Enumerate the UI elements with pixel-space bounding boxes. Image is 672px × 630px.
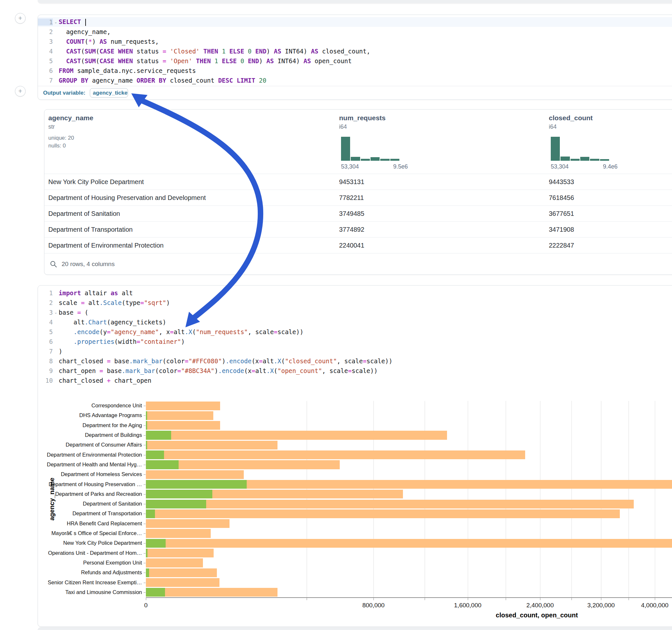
column-header-closed-count[interactable]: closed_count [549,114,593,122]
bar-closed-count[interactable] [146,588,278,597]
code-line[interactable]: 4 CAST(SUM(CASE WHEN status = 'Closed' T… [38,46,672,56]
add-cell-button-middle[interactable]: + [15,86,26,97]
line-number: 4 [38,319,53,326]
bar-closed-count[interactable] [146,519,230,528]
histogram-labels-num-requests: 53,304 9.5e6 [341,163,408,170]
bar-open-count[interactable] [146,549,147,557]
y-axis-tick [144,543,146,543]
x-axis-tick-label: 2,400,000 [526,602,554,609]
table-row[interactable]: Department of Housing Preservation and D… [44,190,672,206]
bar-closed-count[interactable] [146,529,211,538]
bar-open-count[interactable] [146,588,165,597]
hist-max-label: 9.4e6 [603,163,618,170]
code-line[interactable]: 1import altair as alt [38,288,672,298]
y-axis-label: Operations Unit - Department of Hom… [48,550,142,556]
bar-closed-count[interactable] [146,500,634,508]
bar-open-count[interactable] [146,411,147,420]
x-axis-tick-label: 1,600,000 [454,602,482,609]
code-line[interactable]: 2scale = alt.Scale(type="sqrt") [38,298,672,308]
y-axis-tick [144,573,146,573]
bar-closed-count[interactable] [146,549,214,557]
python-code-editor[interactable]: 1import altair as alt2scale = alt.Scale(… [38,286,672,385]
code-line[interactable]: 4 alt.Chart(agency_tickets) [38,317,672,327]
column-type-closed-count: i64 [549,123,557,130]
bar-open-count[interactable] [146,490,212,499]
code-text: alt.Chart(agency_tickets) [59,319,166,326]
bar-closed-count[interactable] [146,431,447,439]
bar-closed-count[interactable] [146,402,220,410]
histogram-bar [380,159,389,161]
column-header-agency-name[interactable]: agency_name [48,114,93,122]
bar-open-count[interactable] [146,441,147,450]
column-header-num-requests[interactable]: num_requests [339,114,386,122]
x-axis-tick-label: 800,000 [362,602,385,609]
bar-closed-count[interactable] [146,539,672,548]
bar-open-count[interactable] [146,421,147,430]
bar-closed-count[interactable] [146,470,244,479]
bar-open-count[interactable] [146,568,149,577]
code-line[interactable]: 5 CAST(SUM(CASE WHEN status = 'Open' THE… [38,56,672,66]
table-row[interactable]: Department of Sanitation37494853677651 [44,205,672,222]
bar-closed-count[interactable] [146,411,213,420]
code-text: chart_open = base.mark_bar(color="#8BC34… [59,367,378,374]
bar-open-count[interactable] [146,539,166,548]
code-line[interactable]: 6 .properties(width="container") [38,337,672,346]
table-row[interactable]: New York City Police Department945313194… [44,174,672,190]
x-gridline [628,401,629,597]
code-line[interactable]: 8chart_closed = base.mark_bar(color="#FF… [38,356,672,366]
y-axis-label: Mayorâ€ s Office of Special Enforce… [51,530,142,536]
histogram-labels-closed-count: 53,304 9.4e6 [551,163,618,170]
x-gridline [540,401,541,597]
line-number: 6 [38,338,53,345]
histogram-closed-count [551,137,609,161]
output-variable-pill[interactable]: agency_tickets [90,88,128,98]
bar-closed-count[interactable] [146,558,203,567]
code-line[interactable]: 7) [38,346,672,356]
code-line[interactable]: 2 agency_name, [38,27,672,37]
code-line[interactable]: 1⌄SELECT [38,17,672,27]
code-line[interactable]: 6FROM sample_data.nyc.service_requests [38,66,672,75]
bar-closed-count[interactable] [146,421,220,430]
bar-closed-count[interactable] [146,441,278,450]
cell-closed-count: 2222847 [549,238,574,253]
line-number: 5 [38,328,53,335]
code-line[interactable]: 10chart_closed + chart_open [38,375,672,385]
y-axis-tick [144,524,146,524]
bar-closed-count[interactable] [146,451,525,459]
histogram-bar [351,157,360,161]
y-axis-tick [144,514,146,514]
bar-closed-count[interactable] [146,509,620,518]
code-line[interactable]: 3⌄base = ( [38,308,672,317]
fold-chevron-icon[interactable]: ⌄ [53,310,59,315]
bar-open-count[interactable] [146,460,178,469]
x-axis-tick [506,598,506,600]
x-axis-tick [374,598,374,600]
bar-open-count[interactable] [146,451,164,459]
x-axis-tick-label: 4,000,000 [641,602,669,609]
sql-code-editor[interactable]: 1⌄SELECT 2 agency_name,3 COUNT(*) AS num… [38,15,672,85]
x-axis-tick [655,598,655,600]
code-text: chart_closed = base.mark_bar(color="#FFC… [59,358,392,365]
y-axis-label: Department of Transportation [72,510,142,516]
cell-num-requests: 9453131 [339,174,364,190]
search-icon[interactable] [50,260,57,268]
code-line[interactable]: 5 .encode(y="agency_name", x=alt.X("num_… [38,327,672,337]
y-axis-label: Department of Parks and Recreation [55,491,142,497]
bar-open-count[interactable] [146,509,155,518]
bar-closed-count[interactable] [146,578,219,587]
cell-agency-name: Department of Transportation [48,222,133,238]
bar-open-count[interactable] [146,431,171,439]
row-count-summary: 20 rows, 4 columns [62,261,115,268]
add-cell-button-top[interactable]: + [15,13,26,24]
code-line[interactable]: 3 COUNT(*) AS num_requests, [38,37,672,46]
code-line[interactable]: 7GROUP BY agency_name ORDER BY closed_co… [38,75,672,85]
y-axis-tick [144,465,146,465]
line-number: 6 [38,67,53,74]
table-row[interactable]: Department of Environmental Protection22… [44,237,672,253]
bar-closed-count[interactable] [146,568,217,577]
bar-open-count[interactable] [146,500,206,508]
code-line[interactable]: 9chart_open = base.mark_bar(color="#8BC3… [38,366,672,375]
bar-open-count[interactable] [146,480,247,489]
fold-chevron-icon[interactable]: ⌄ [53,20,59,24]
table-row[interactable]: Department of Transportation377489234719… [44,221,672,238]
